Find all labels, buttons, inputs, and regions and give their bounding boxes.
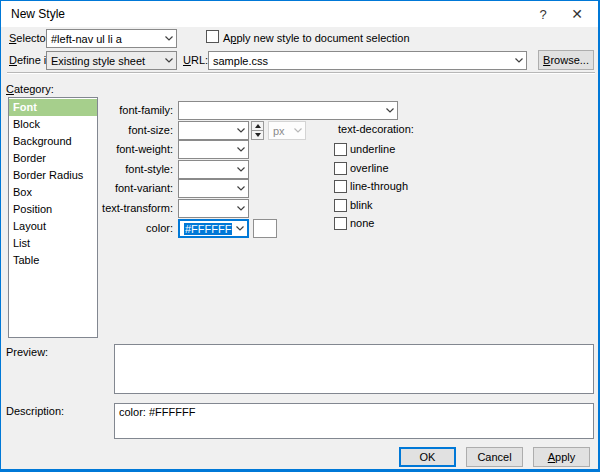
category-item-list[interactable]: List <box>9 235 97 252</box>
description-content: color: #FFFFFF <box>115 404 593 420</box>
font-weight-label: font-weight: <box>89 143 173 155</box>
selector-combobox[interactable]: #left-nav ul li a <box>46 29 177 48</box>
ok-button[interactable]: OK <box>399 447 456 467</box>
chevron-down-icon[interactable] <box>382 102 397 119</box>
cancel-button[interactable]: Cancel <box>466 447 523 467</box>
chevron-down-icon[interactable] <box>232 221 247 236</box>
description-pane: color: #FFFFFF <box>114 403 594 439</box>
define-in-combobox[interactable]: Existing style sheet <box>46 51 177 70</box>
category-item-position[interactable]: Position <box>9 201 97 218</box>
chevron-down-icon[interactable] <box>233 161 248 178</box>
text-transform-combobox[interactable] <box>178 199 249 218</box>
url-value: sample.css <box>209 55 511 67</box>
define-in-value: Existing style sheet <box>47 55 161 67</box>
selector-value: #left-nav ul li a <box>47 33 161 45</box>
preview-content <box>115 345 593 349</box>
color-value: #FFFFFF <box>180 223 232 235</box>
help-button[interactable]: ? <box>526 1 560 27</box>
chevron-down-icon[interactable] <box>161 52 176 69</box>
label-underline: underline <box>350 143 395 155</box>
close-icon: ✕ <box>571 6 583 22</box>
text-decoration-row: blink <box>334 198 373 212</box>
chevron-down-icon[interactable] <box>161 30 176 47</box>
font-weight-combobox[interactable] <box>178 140 249 159</box>
checkbox-blink[interactable] <box>334 199 347 212</box>
preview-pane <box>114 344 594 394</box>
text-decoration-label: text-decoration: <box>338 123 414 135</box>
new-style-dialog: New Style ? ✕ Selector: #left-nav ul li … <box>0 0 600 472</box>
description-label: Description: <box>6 405 64 417</box>
apply-style-checkbox-label: Apply new style to document selection <box>223 32 410 44</box>
browse-button[interactable]: Browse... <box>538 50 594 70</box>
color-swatch[interactable] <box>253 219 277 238</box>
font-style-label: font-style: <box>89 163 173 175</box>
chevron-down-icon[interactable] <box>233 200 248 217</box>
label-line-through: line-through <box>350 180 408 192</box>
color-combobox[interactable]: #FFFFFF <box>178 219 249 238</box>
text-decoration-row: overline <box>334 161 389 175</box>
help-icon: ? <box>539 7 546 22</box>
font-style-combobox[interactable] <box>178 160 249 179</box>
unit-value: px <box>269 125 290 137</box>
font-size-label: font-size: <box>89 124 173 136</box>
category-item-table[interactable]: Table <box>9 252 97 269</box>
chevron-down-icon[interactable] <box>511 52 526 69</box>
category-item-background[interactable]: Background <box>9 133 97 150</box>
category-item-font[interactable]: Font <box>9 99 97 116</box>
font-family-combobox[interactable] <box>178 101 398 120</box>
preview-label: Preview: <box>6 346 48 358</box>
url-label: URL: <box>183 54 208 66</box>
checkbox-overline[interactable] <box>334 162 347 175</box>
chevron-down-icon[interactable] <box>233 180 248 197</box>
font-family-label: font-family: <box>89 104 173 116</box>
close-button[interactable]: ✕ <box>560 1 594 27</box>
window-title: New Style <box>11 7 65 21</box>
label-none: none <box>350 217 374 229</box>
category-label: Category: <box>6 83 54 95</box>
apply-button[interactable]: Apply <box>533 447 590 467</box>
category-item-border-radius[interactable]: Border Radius <box>9 167 97 184</box>
arrow-down-icon <box>255 133 261 137</box>
color-label: color: <box>89 222 173 234</box>
separator <box>7 72 595 74</box>
text-decoration-row: underline <box>334 142 395 156</box>
checkbox-line-through[interactable] <box>334 180 347 193</box>
font-variant-combobox[interactable] <box>178 179 249 198</box>
spinner-up-button[interactable] <box>251 121 264 131</box>
url-combobox[interactable]: sample.css <box>208 51 527 70</box>
category-listbox: Font Block Background Border Border Radi… <box>8 97 98 338</box>
text-decoration-row: line-through <box>334 179 408 193</box>
font-size-stepper <box>251 121 264 140</box>
category-item-border[interactable]: Border <box>9 150 97 167</box>
label-blink: blink <box>350 199 373 211</box>
category-item-box[interactable]: Box <box>9 184 97 201</box>
chevron-down-icon <box>290 122 305 139</box>
spinner-down-button[interactable] <box>251 131 264 140</box>
text-decoration-row: none <box>334 216 374 230</box>
checkbox-underline[interactable] <box>334 143 347 156</box>
title-bar[interactable]: New Style ? ✕ <box>1 1 598 27</box>
font-size-combobox[interactable] <box>178 121 249 140</box>
font-size-unit-combobox: px <box>268 121 306 140</box>
text-transform-label: text-transform: <box>89 202 173 214</box>
chevron-down-icon[interactable] <box>233 122 248 139</box>
apply-style-checkbox[interactable] <box>206 30 219 43</box>
category-item-layout[interactable]: Layout <box>9 218 97 235</box>
font-variant-label: font-variant: <box>89 182 173 194</box>
chevron-down-icon[interactable] <box>233 141 248 158</box>
checkbox-none[interactable] <box>334 217 347 230</box>
label-overline: overline <box>350 162 389 174</box>
category-item-block[interactable]: Block <box>9 116 97 133</box>
arrow-up-icon <box>255 124 261 128</box>
